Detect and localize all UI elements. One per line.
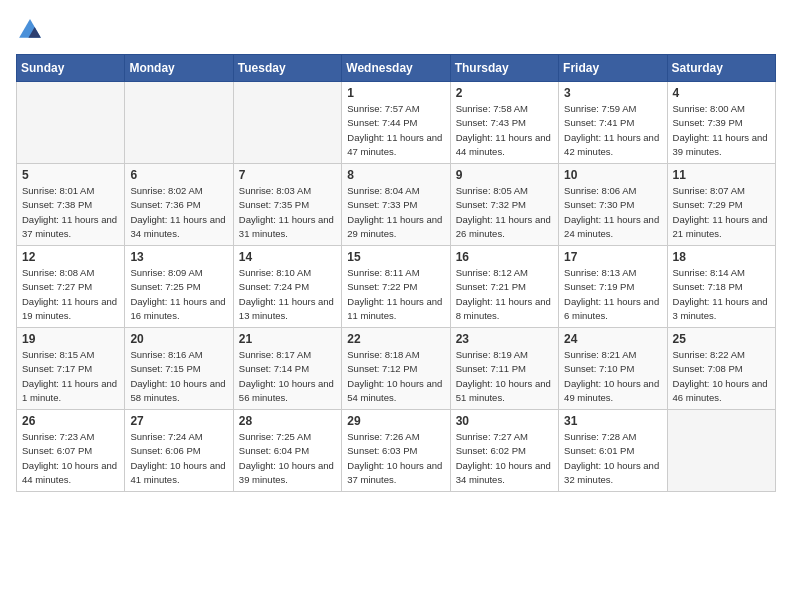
day-number: 13 — [130, 250, 227, 264]
day-number: 7 — [239, 168, 336, 182]
day-info: Sunrise: 8:17 AM Sunset: 7:14 PM Dayligh… — [239, 348, 336, 405]
day-number: 10 — [564, 168, 661, 182]
day-info: Sunrise: 8:15 AM Sunset: 7:17 PM Dayligh… — [22, 348, 119, 405]
day-number: 25 — [673, 332, 770, 346]
day-number: 11 — [673, 168, 770, 182]
calendar: SundayMondayTuesdayWednesdayThursdayFrid… — [16, 54, 776, 492]
day-info: Sunrise: 8:12 AM Sunset: 7:21 PM Dayligh… — [456, 266, 553, 323]
day-number: 20 — [130, 332, 227, 346]
day-info: Sunrise: 8:01 AM Sunset: 7:38 PM Dayligh… — [22, 184, 119, 241]
calendar-cell: 6Sunrise: 8:02 AM Sunset: 7:36 PM Daylig… — [125, 164, 233, 246]
calendar-cell — [17, 82, 125, 164]
day-info: Sunrise: 8:04 AM Sunset: 7:33 PM Dayligh… — [347, 184, 444, 241]
calendar-week-2: 5Sunrise: 8:01 AM Sunset: 7:38 PM Daylig… — [17, 164, 776, 246]
day-number: 28 — [239, 414, 336, 428]
calendar-cell: 10Sunrise: 8:06 AM Sunset: 7:30 PM Dayli… — [559, 164, 667, 246]
weekday-header-wednesday: Wednesday — [342, 55, 450, 82]
day-number: 29 — [347, 414, 444, 428]
calendar-cell: 8Sunrise: 8:04 AM Sunset: 7:33 PM Daylig… — [342, 164, 450, 246]
day-number: 9 — [456, 168, 553, 182]
calendar-cell — [125, 82, 233, 164]
calendar-cell: 13Sunrise: 8:09 AM Sunset: 7:25 PM Dayli… — [125, 246, 233, 328]
day-info: Sunrise: 8:13 AM Sunset: 7:19 PM Dayligh… — [564, 266, 661, 323]
day-info: Sunrise: 8:10 AM Sunset: 7:24 PM Dayligh… — [239, 266, 336, 323]
calendar-cell: 27Sunrise: 7:24 AM Sunset: 6:06 PM Dayli… — [125, 410, 233, 492]
day-info: Sunrise: 7:27 AM Sunset: 6:02 PM Dayligh… — [456, 430, 553, 487]
day-number: 26 — [22, 414, 119, 428]
calendar-cell: 5Sunrise: 8:01 AM Sunset: 7:38 PM Daylig… — [17, 164, 125, 246]
day-number: 17 — [564, 250, 661, 264]
calendar-cell: 28Sunrise: 7:25 AM Sunset: 6:04 PM Dayli… — [233, 410, 341, 492]
header — [16, 16, 776, 44]
day-number: 22 — [347, 332, 444, 346]
calendar-cell: 20Sunrise: 8:16 AM Sunset: 7:15 PM Dayli… — [125, 328, 233, 410]
calendar-cell — [667, 410, 775, 492]
day-info: Sunrise: 7:58 AM Sunset: 7:43 PM Dayligh… — [456, 102, 553, 159]
calendar-cell: 3Sunrise: 7:59 AM Sunset: 7:41 PM Daylig… — [559, 82, 667, 164]
calendar-week-5: 26Sunrise: 7:23 AM Sunset: 6:07 PM Dayli… — [17, 410, 776, 492]
day-info: Sunrise: 8:16 AM Sunset: 7:15 PM Dayligh… — [130, 348, 227, 405]
weekday-header-friday: Friday — [559, 55, 667, 82]
day-number: 19 — [22, 332, 119, 346]
calendar-cell: 18Sunrise: 8:14 AM Sunset: 7:18 PM Dayli… — [667, 246, 775, 328]
calendar-cell: 11Sunrise: 8:07 AM Sunset: 7:29 PM Dayli… — [667, 164, 775, 246]
calendar-cell — [233, 82, 341, 164]
calendar-cell: 25Sunrise: 8:22 AM Sunset: 7:08 PM Dayli… — [667, 328, 775, 410]
logo-icon — [16, 16, 44, 44]
day-info: Sunrise: 7:23 AM Sunset: 6:07 PM Dayligh… — [22, 430, 119, 487]
day-number: 23 — [456, 332, 553, 346]
day-info: Sunrise: 8:00 AM Sunset: 7:39 PM Dayligh… — [673, 102, 770, 159]
calendar-cell: 7Sunrise: 8:03 AM Sunset: 7:35 PM Daylig… — [233, 164, 341, 246]
calendar-cell: 12Sunrise: 8:08 AM Sunset: 7:27 PM Dayli… — [17, 246, 125, 328]
day-info: Sunrise: 8:21 AM Sunset: 7:10 PM Dayligh… — [564, 348, 661, 405]
day-number: 14 — [239, 250, 336, 264]
day-info: Sunrise: 7:59 AM Sunset: 7:41 PM Dayligh… — [564, 102, 661, 159]
calendar-cell: 26Sunrise: 7:23 AM Sunset: 6:07 PM Dayli… — [17, 410, 125, 492]
calendar-week-4: 19Sunrise: 8:15 AM Sunset: 7:17 PM Dayli… — [17, 328, 776, 410]
weekday-header-tuesday: Tuesday — [233, 55, 341, 82]
calendar-week-1: 1Sunrise: 7:57 AM Sunset: 7:44 PM Daylig… — [17, 82, 776, 164]
weekday-header-row: SundayMondayTuesdayWednesdayThursdayFrid… — [17, 55, 776, 82]
day-number: 31 — [564, 414, 661, 428]
day-info: Sunrise: 8:11 AM Sunset: 7:22 PM Dayligh… — [347, 266, 444, 323]
day-number: 12 — [22, 250, 119, 264]
calendar-cell: 9Sunrise: 8:05 AM Sunset: 7:32 PM Daylig… — [450, 164, 558, 246]
day-number: 21 — [239, 332, 336, 346]
day-number: 5 — [22, 168, 119, 182]
day-info: Sunrise: 8:22 AM Sunset: 7:08 PM Dayligh… — [673, 348, 770, 405]
calendar-cell: 15Sunrise: 8:11 AM Sunset: 7:22 PM Dayli… — [342, 246, 450, 328]
calendar-cell: 1Sunrise: 7:57 AM Sunset: 7:44 PM Daylig… — [342, 82, 450, 164]
calendar-cell: 30Sunrise: 7:27 AM Sunset: 6:02 PM Dayli… — [450, 410, 558, 492]
calendar-cell: 21Sunrise: 8:17 AM Sunset: 7:14 PM Dayli… — [233, 328, 341, 410]
weekday-header-saturday: Saturday — [667, 55, 775, 82]
weekday-header-sunday: Sunday — [17, 55, 125, 82]
calendar-cell: 23Sunrise: 8:19 AM Sunset: 7:11 PM Dayli… — [450, 328, 558, 410]
day-info: Sunrise: 7:25 AM Sunset: 6:04 PM Dayligh… — [239, 430, 336, 487]
day-number: 8 — [347, 168, 444, 182]
calendar-cell: 22Sunrise: 8:18 AM Sunset: 7:12 PM Dayli… — [342, 328, 450, 410]
day-number: 18 — [673, 250, 770, 264]
weekday-header-thursday: Thursday — [450, 55, 558, 82]
calendar-cell: 4Sunrise: 8:00 AM Sunset: 7:39 PM Daylig… — [667, 82, 775, 164]
calendar-cell: 14Sunrise: 8:10 AM Sunset: 7:24 PM Dayli… — [233, 246, 341, 328]
day-info: Sunrise: 8:07 AM Sunset: 7:29 PM Dayligh… — [673, 184, 770, 241]
day-number: 24 — [564, 332, 661, 346]
day-info: Sunrise: 8:05 AM Sunset: 7:32 PM Dayligh… — [456, 184, 553, 241]
day-number: 6 — [130, 168, 227, 182]
day-number: 2 — [456, 86, 553, 100]
day-info: Sunrise: 8:14 AM Sunset: 7:18 PM Dayligh… — [673, 266, 770, 323]
day-info: Sunrise: 7:57 AM Sunset: 7:44 PM Dayligh… — [347, 102, 444, 159]
calendar-cell: 2Sunrise: 7:58 AM Sunset: 7:43 PM Daylig… — [450, 82, 558, 164]
calendar-cell: 31Sunrise: 7:28 AM Sunset: 6:01 PM Dayli… — [559, 410, 667, 492]
day-number: 1 — [347, 86, 444, 100]
day-info: Sunrise: 8:19 AM Sunset: 7:11 PM Dayligh… — [456, 348, 553, 405]
day-info: Sunrise: 7:28 AM Sunset: 6:01 PM Dayligh… — [564, 430, 661, 487]
day-number: 15 — [347, 250, 444, 264]
day-number: 27 — [130, 414, 227, 428]
calendar-cell: 17Sunrise: 8:13 AM Sunset: 7:19 PM Dayli… — [559, 246, 667, 328]
calendar-cell: 16Sunrise: 8:12 AM Sunset: 7:21 PM Dayli… — [450, 246, 558, 328]
day-info: Sunrise: 8:03 AM Sunset: 7:35 PM Dayligh… — [239, 184, 336, 241]
day-number: 30 — [456, 414, 553, 428]
weekday-header-monday: Monday — [125, 55, 233, 82]
day-info: Sunrise: 8:18 AM Sunset: 7:12 PM Dayligh… — [347, 348, 444, 405]
